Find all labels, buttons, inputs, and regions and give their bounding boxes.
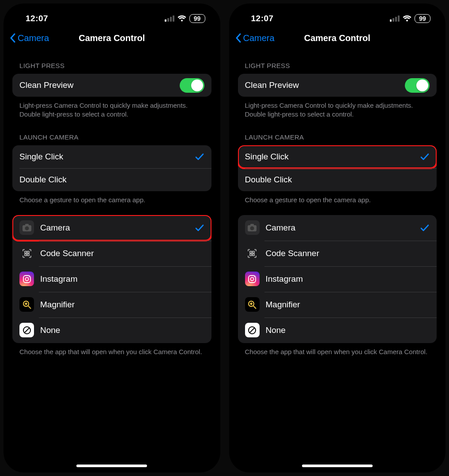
svg-rect-5 — [25, 254, 26, 256]
section-header-light-press: LIGHT PRESS — [238, 48, 437, 74]
row-clean-preview[interactable]: Clean Preview — [238, 74, 437, 97]
svg-line-27 — [253, 306, 256, 309]
row-double-click[interactable]: Double Click — [12, 168, 211, 191]
checkmark-icon — [195, 223, 204, 233]
settings-content: LIGHT PRESS Clean Preview Light-press Ca… — [4, 48, 220, 356]
status-bar: 12:07 99 — [4, 4, 220, 28]
chevron-left-icon — [10, 33, 16, 43]
svg-point-25 — [254, 276, 255, 277]
back-button[interactable]: Camera — [10, 33, 49, 43]
light-press-footer: Light-press Camera Control to quickly ma… — [238, 97, 437, 119]
back-button[interactable]: Camera — [235, 33, 275, 43]
row-app-none[interactable]: None — [238, 317, 437, 343]
row-app-code-scanner[interactable]: Code Scanner — [12, 241, 211, 266]
app-camera-label: Camera — [266, 223, 420, 233]
status-bar: 12:07 99 — [229, 4, 446, 28]
row-app-instagram[interactable]: Instagram — [12, 266, 211, 292]
app-instagram-label: Instagram — [40, 274, 204, 284]
svg-point-17 — [250, 226, 254, 230]
cellular-icon — [165, 15, 174, 22]
svg-rect-6 — [27, 254, 29, 256]
svg-rect-19 — [250, 251, 252, 253]
clean-preview-toggle[interactable] — [405, 78, 430, 93]
checkmark-icon — [420, 223, 430, 233]
svg-point-9 — [29, 276, 30, 277]
qr-icon — [245, 246, 260, 261]
none-icon — [245, 323, 260, 337]
group-light-press: Clean Preview — [238, 74, 437, 97]
back-label: Camera — [243, 33, 275, 43]
wifi-icon — [403, 15, 411, 22]
qr-icon — [19, 246, 34, 261]
battery-icon: 99 — [415, 14, 430, 23]
svg-line-15 — [24, 328, 29, 332]
cellular-icon — [390, 15, 400, 22]
row-app-camera[interactable]: Camera — [238, 215, 437, 241]
nav-header: Camera Camera Control — [229, 28, 446, 48]
page-title: Camera Control — [79, 33, 145, 43]
status-time: 12:07 — [251, 14, 274, 23]
svg-rect-22 — [253, 254, 254, 256]
clean-preview-toggle[interactable] — [180, 78, 204, 93]
row-app-none[interactable]: None — [12, 317, 211, 343]
group-apps: Camera Code Scanner Instagram — [238, 215, 437, 343]
app-footer: Choose the app that will open when you c… — [238, 343, 437, 356]
app-code-scanner-label: Code Scanner — [40, 249, 204, 258]
chevron-left-icon — [235, 33, 241, 43]
settings-content: LIGHT PRESS Clean Preview Light-press Ca… — [229, 48, 446, 356]
nav-header: Camera Camera Control — [4, 28, 220, 48]
phone-pane-left: 12:07 99 Camera Camera Control LIGHT PRE… — [4, 4, 220, 472]
instagram-icon — [19, 272, 34, 286]
magnifier-icon — [245, 297, 260, 312]
app-magnifier-label: Magnifier — [266, 300, 430, 310]
camera-icon — [245, 220, 260, 235]
light-press-footer: Light-press Camera Control to quickly ma… — [12, 97, 211, 119]
row-app-magnifier[interactable]: Magnifier — [12, 292, 211, 317]
phone-pane-right: 12:07 99 Camera Camera Control LIGHT PRE… — [229, 4, 446, 472]
row-app-magnifier[interactable]: Magnifier — [238, 292, 437, 317]
home-indicator[interactable] — [302, 465, 373, 467]
app-none-label: None — [40, 325, 204, 335]
svg-rect-20 — [253, 251, 254, 253]
back-label: Camera — [18, 33, 49, 43]
app-code-scanner-label: Code Scanner — [266, 249, 430, 258]
battery-icon: 99 — [189, 14, 205, 23]
row-app-instagram[interactable]: Instagram — [238, 266, 437, 292]
gesture-footer: Choose a gesture to open the camera app. — [238, 191, 437, 204]
app-none-label: None — [266, 325, 430, 335]
svg-line-11 — [28, 306, 31, 309]
status-icons: 99 — [165, 14, 205, 23]
svg-point-8 — [25, 277, 28, 280]
group-gesture: Single Click Double Click — [238, 145, 437, 191]
section-header-light-press: LIGHT PRESS — [12, 48, 211, 74]
home-indicator[interactable] — [76, 465, 147, 467]
double-click-label: Double Click — [19, 175, 204, 185]
wifi-icon — [177, 15, 186, 22]
app-camera-label: Camera — [40, 223, 195, 233]
svg-point-24 — [250, 277, 253, 280]
camera-icon — [19, 220, 34, 235]
row-app-camera[interactable]: Camera — [12, 215, 211, 241]
group-apps: Camera Code Scanner Instagram — [12, 215, 211, 343]
page-title: Camera Control — [304, 33, 370, 43]
svg-rect-4 — [27, 251, 29, 253]
app-footer: Choose the app that will open when you c… — [12, 343, 211, 356]
group-gesture: Single Click Double Click — [12, 145, 211, 191]
checkmark-icon — [195, 152, 204, 162]
app-magnifier-label: Magnifier — [40, 300, 204, 310]
row-single-click[interactable]: Single Click — [12, 145, 211, 168]
svg-line-31 — [250, 328, 255, 332]
svg-point-1 — [25, 226, 29, 230]
double-click-label: Double Click — [245, 175, 430, 185]
status-icons: 99 — [390, 14, 430, 23]
app-instagram-label: Instagram — [266, 274, 430, 284]
section-header-launch-camera: LAUNCH CAMERA — [12, 119, 211, 145]
svg-rect-21 — [250, 254, 252, 256]
row-clean-preview[interactable]: Clean Preview — [12, 74, 211, 97]
magnifier-icon — [19, 297, 34, 312]
row-double-click[interactable]: Double Click — [238, 168, 437, 191]
single-click-label: Single Click — [19, 152, 195, 162]
clean-preview-label: Clean Preview — [245, 80, 405, 90]
row-single-click[interactable]: Single Click — [238, 145, 437, 168]
row-app-code-scanner[interactable]: Code Scanner — [238, 241, 437, 266]
